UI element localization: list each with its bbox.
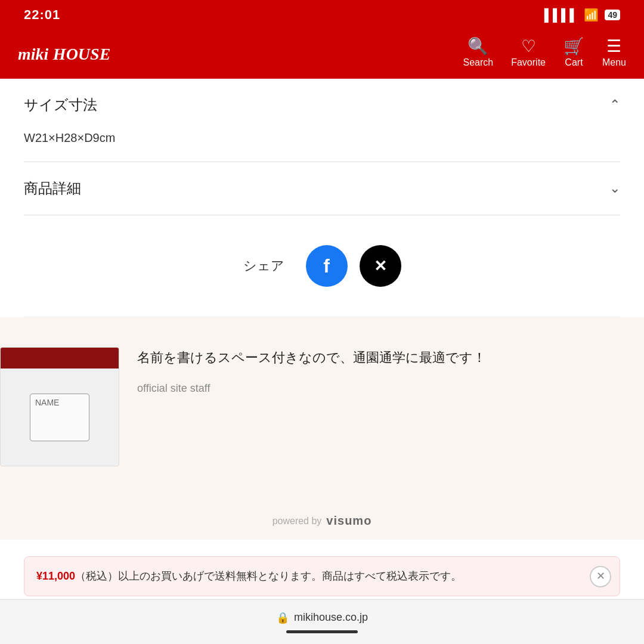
share-section: シェア f ✕ xyxy=(24,215,620,317)
size-chevron-up-icon: ⌃ xyxy=(609,97,620,113)
visumo-brand: visumo xyxy=(326,514,371,528)
cart-icon: 🛒 xyxy=(564,38,584,55)
notice-banner: ¥11,000（税込）以上のお買いあげで送料無料となります。商品はすべて税込表示… xyxy=(24,556,620,596)
details-section-header[interactable]: 商品詳細 ⌄ xyxy=(24,162,620,215)
logo: miki HOUSE xyxy=(18,42,110,64)
size-section-content: W21×H28×D9cm xyxy=(24,131,620,162)
name-label: NAME xyxy=(35,398,59,407)
details-chevron-down-icon: ⌄ xyxy=(609,181,620,196)
product-card: NAME 名前を書けるスペース付きなので、通園通学に最適です！ official… xyxy=(0,347,644,466)
nav-menu[interactable]: ☰ Menu xyxy=(602,38,626,68)
status-icons: ▌▌▌▌ 📶 49 xyxy=(544,8,620,22)
facebook-share-button[interactable]: f xyxy=(306,245,348,287)
product-info: 名前を書けるスペース付きなので、通園通学に最適です！ official site… xyxy=(137,347,644,395)
nav-search[interactable]: 🔍 Search xyxy=(463,38,493,68)
url-bar: 🔒 mikihouse.co.jp xyxy=(0,599,644,644)
notice-close-button[interactable]: ✕ xyxy=(590,566,611,587)
search-icon: 🔍 xyxy=(467,38,488,55)
product-description: 名前を書けるスペース付きなので、通園通学に最適です！ xyxy=(137,347,644,368)
details-section: 商品詳細 ⌄ xyxy=(24,162,620,215)
size-section-header[interactable]: サイズ寸法 ⌃ xyxy=(24,79,620,131)
menu-icon: ☰ xyxy=(606,38,621,55)
size-section-title: サイズ寸法 xyxy=(24,95,97,114)
heart-icon: ♡ xyxy=(521,38,536,55)
x-icon: ✕ xyxy=(374,257,387,275)
notice-price: ¥11,000 xyxy=(36,570,75,582)
app-header: miki HOUSE 🔍 Search ♡ Favorite 🛒 Cart ☰ … xyxy=(0,30,644,79)
product-image-name-area: NAME xyxy=(1,369,119,466)
name-box: NAME xyxy=(30,394,89,441)
share-label: シェア xyxy=(243,257,284,275)
product-card-section: NAME 名前を書けるスペース付きなので、通園通学に最適です！ official… xyxy=(0,317,644,496)
notice-text: （税込）以上のお買いあげで送料無料となります。商品はすべて税込表示です。 xyxy=(75,570,462,582)
x-share-button[interactable]: ✕ xyxy=(360,245,401,287)
status-time: 22:01 xyxy=(24,7,60,23)
signal-icon: ▌▌▌▌ xyxy=(544,8,578,22)
main-content: サイズ寸法 ⌃ W21×H28×D9cm 商品詳細 ⌄ シェア f ✕ xyxy=(0,79,644,317)
lock-icon: 🔒 xyxy=(276,611,289,624)
product-image-wrapper: NAME xyxy=(0,347,119,466)
powered-by-section: powered by visumo xyxy=(0,496,644,540)
facebook-icon: f xyxy=(323,255,330,277)
powered-by-text: powered by visumo xyxy=(273,514,372,528)
nav-favorite[interactable]: ♡ Favorite xyxy=(511,38,546,68)
close-icon: ✕ xyxy=(596,568,605,585)
nav-cart-label: Cart xyxy=(565,57,583,68)
size-value: W21×H28×D9cm xyxy=(24,131,115,144)
nav-favorite-label: Favorite xyxy=(511,57,546,68)
size-section: サイズ寸法 ⌃ W21×H28×D9cm xyxy=(24,79,620,162)
powered-by-prefix: powered by xyxy=(273,516,322,527)
url-display: 🔒 mikihouse.co.jp xyxy=(276,611,368,624)
wifi-icon: 📶 xyxy=(584,8,599,22)
nav-cart[interactable]: 🛒 Cart xyxy=(564,38,584,68)
product-image-top-bar xyxy=(1,348,119,369)
nav-menu-label: Menu xyxy=(602,57,626,68)
battery-badge: 49 xyxy=(605,10,620,20)
product-image: NAME xyxy=(0,347,119,466)
header-nav: 🔍 Search ♡ Favorite 🛒 Cart ☰ Menu xyxy=(463,38,626,68)
url-text-value: mikihouse.co.jp xyxy=(294,611,368,624)
details-section-title: 商品詳細 xyxy=(24,179,81,198)
product-staff: official site staff xyxy=(137,382,644,395)
status-bar: 22:01 ▌▌▌▌ 📶 49 xyxy=(0,0,644,30)
url-bar-handle xyxy=(286,630,358,633)
nav-search-label: Search xyxy=(463,57,493,68)
